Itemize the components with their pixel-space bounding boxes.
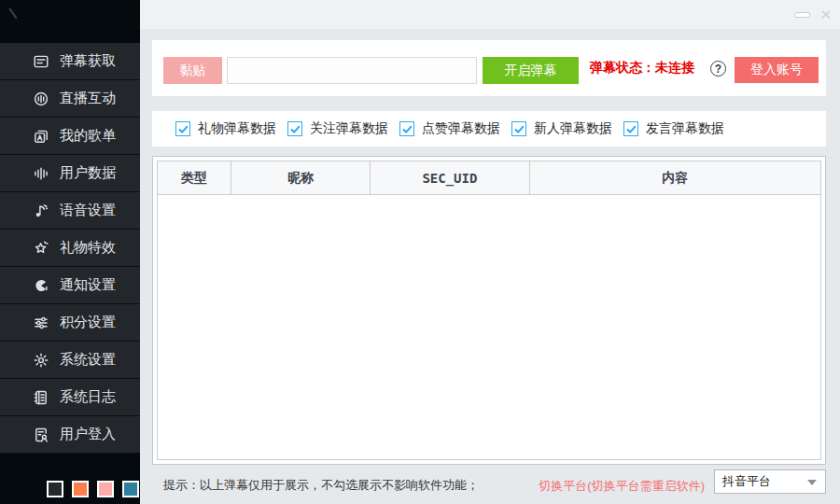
sidebar-item-label: 语音设置: [60, 202, 116, 219]
platform-select-value: 抖音平台: [722, 473, 771, 490]
login-account-button[interactable]: 登入账号: [735, 57, 819, 83]
sidebar-item-system-settings[interactable]: 系统设置: [0, 342, 140, 379]
column-header-3: SEC_UID: [370, 161, 528, 194]
sidebar: 弹幕获取直播互动我的歌单用户数据语音设置礼物特效通知设置积分设置系统设置系统日志…: [0, 0, 140, 504]
filter-label: 发言弹幕数据: [646, 120, 724, 137]
filter-checkbox-1[interactable]: 礼物弹幕数据: [175, 111, 276, 147]
notification-settings-icon: [33, 277, 49, 294]
connection-panel: 黏贴 开启弹幕 弹幕状态：未连接 ? 登入账号: [152, 40, 826, 96]
sidebar-item-danmaku-capture[interactable]: 弹幕获取: [0, 43, 140, 80]
theme-swatch-2[interactable]: [72, 481, 89, 497]
platform-select[interactable]: 抖音平台: [714, 469, 826, 494]
column-header-2: 昵称: [231, 161, 370, 194]
sidebar-item-label: 我的歌单: [60, 127, 116, 145]
filter-label: 礼物弹幕数据: [198, 120, 276, 137]
filter-checkbox-5[interactable]: 发言弹幕数据: [623, 111, 724, 147]
help-icon[interactable]: ?: [710, 61, 726, 77]
titlebar: ✕: [140, 0, 840, 29]
filter-panel: 礼物弹幕数据关注弹幕数据点赞弹幕数据新人弹幕数据发言弹幕数据: [152, 111, 826, 147]
system-settings-icon: [33, 352, 49, 369]
table-body: [158, 195, 820, 459]
column-header-1: 类型: [158, 161, 231, 194]
gift-effects-icon: [33, 240, 49, 257]
theme-swatch-4[interactable]: [122, 481, 139, 497]
filter-checkbox-3[interactable]: 点赞弹幕数据: [399, 111, 500, 147]
sidebar-item-live-interaction[interactable]: 直播互动: [0, 80, 140, 118]
checkbox-icon[interactable]: [175, 121, 190, 136]
points-settings-icon: [33, 315, 49, 331]
sidebar-item-gift-effects[interactable]: 礼物特效: [0, 230, 140, 267]
theme-swatches: [47, 481, 139, 497]
main-area: ✕ 黏贴 开启弹幕 弹幕状态：未连接 ? 登入账号 礼物弹幕数据关注弹幕数据点赞…: [140, 0, 840, 504]
checkbox-icon[interactable]: [623, 121, 638, 136]
logo-mark: [8, 8, 17, 20]
live-interaction-icon: [33, 91, 49, 107]
filter-checkbox-4[interactable]: 新人弹幕数据: [511, 111, 612, 147]
sidebar-item-voice-settings[interactable]: 语音设置: [0, 192, 140, 230]
checkbox-icon[interactable]: [511, 121, 526, 136]
sidebar-item-my-playlist[interactable]: 我的歌单: [0, 118, 140, 155]
sidebar-item-label: 通知设置: [60, 276, 116, 294]
sidebar-item-label: 系统日志: [60, 388, 116, 406]
start-danmaku-button[interactable]: 开启弹幕: [483, 57, 579, 84]
filter-label: 点赞弹幕数据: [422, 120, 500, 137]
tip-text: 提示：以上弹幕仅用于展示，不勾选展示不影响软件功能；: [163, 477, 479, 494]
danmaku-status-text: 弹幕状态：未连接: [590, 40, 694, 96]
paste-button[interactable]: 黏贴: [163, 57, 222, 84]
sidebar-item-user-data[interactable]: 用户数据: [0, 155, 140, 192]
close-icon[interactable]: ✕: [819, 7, 832, 21]
switch-platform-text: 切换平台(切换平台需重启软件): [539, 478, 705, 495]
theme-swatch-1[interactable]: [47, 481, 63, 497]
sidebar-item-label: 用户数据: [60, 164, 116, 182]
sidebar-item-notification-settings[interactable]: 通知设置: [0, 267, 140, 304]
voice-settings-icon: [33, 203, 49, 219]
theme-swatch-3[interactable]: [97, 481, 114, 497]
sidebar-item-label: 弹幕获取: [60, 52, 116, 70]
danmaku-table: 类型昵称SEC_UID内容: [152, 156, 826, 465]
checkbox-icon[interactable]: [399, 121, 414, 136]
user-login-icon: [33, 427, 49, 443]
room-url-input[interactable]: [227, 57, 477, 84]
sidebar-item-label: 用户登入: [60, 426, 116, 443]
chevron-down-icon: [807, 480, 817, 485]
system-log-icon: [33, 389, 49, 406]
minimize-icon[interactable]: [794, 12, 810, 18]
filter-label: 关注弹幕数据: [310, 120, 388, 137]
sidebar-item-label: 系统设置: [60, 351, 116, 369]
table-grid: 类型昵称SEC_UID内容: [157, 161, 821, 460]
window-controls: ✕: [794, 0, 832, 29]
table-header-row: 类型昵称SEC_UID内容: [158, 161, 820, 195]
column-header-4: 内容: [529, 161, 820, 194]
danmaku-capture-icon: [33, 53, 49, 70]
sidebar-item-system-log[interactable]: 系统日志: [0, 379, 140, 416]
user-data-icon: [33, 165, 49, 182]
sidebar-item-points-settings[interactable]: 积分设置: [0, 304, 140, 342]
filter-label: 新人弹幕数据: [534, 120, 612, 137]
my-playlist-icon: [33, 128, 49, 145]
sidebar-item-label: 直播互动: [60, 90, 116, 107]
sidebar-item-label: 积分设置: [60, 314, 116, 331]
checkbox-icon[interactable]: [287, 121, 302, 136]
sidebar-menu: 弹幕获取直播互动我的歌单用户数据语音设置礼物特效通知设置积分设置系统设置系统日志…: [0, 43, 140, 454]
filter-checkbox-2[interactable]: 关注弹幕数据: [287, 111, 388, 147]
sidebar-item-user-login[interactable]: 用户登入: [0, 416, 140, 454]
sidebar-item-label: 礼物特效: [60, 239, 116, 257]
